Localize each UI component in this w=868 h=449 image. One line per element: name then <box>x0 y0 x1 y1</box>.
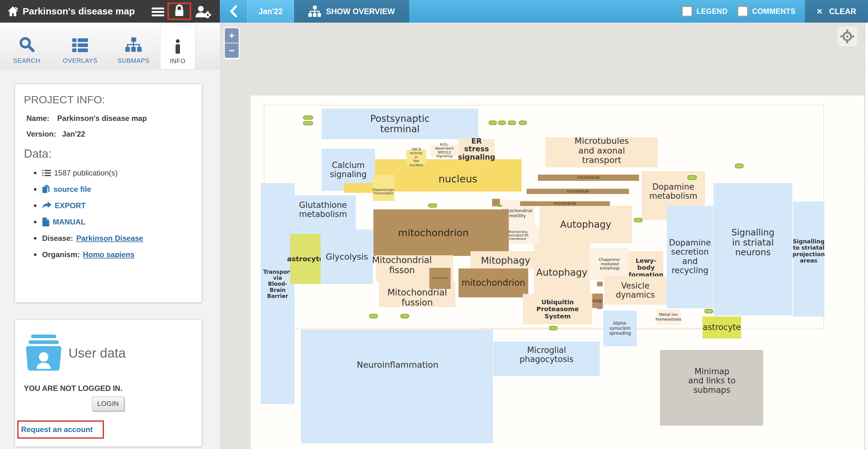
organism-link[interactable]: Homo sapiens <box>83 250 134 259</box>
tab-submaps-label: SUBMAPS <box>118 57 149 64</box>
sidebar-tabs: SEARCH OVERLAYS SUBMAPS INFO <box>0 23 220 69</box>
page-title: Parkinson's disease map <box>23 6 135 17</box>
map-pill[interactable] <box>498 121 506 125</box>
request-account-link[interactable]: Request an account <box>21 425 93 434</box>
user-settings-icon[interactable] <box>195 5 211 18</box>
map-node-microtubules-axonal[interactable]: Microtubules and axonal transport <box>546 137 658 167</box>
map-node-glycolysis[interactable]: Glycolysis <box>321 229 373 284</box>
map-node-microglial-phagocytosis[interactable]: Microglial phagocytosis <box>493 342 600 376</box>
map-pill[interactable] <box>634 218 643 222</box>
map-node-nucleus[interactable]: nucleus <box>375 159 522 192</box>
map-node-postsynaptic-terminal[interactable]: Postsynaptic terminal <box>321 109 478 139</box>
comments-checkbox[interactable] <box>737 6 748 17</box>
data-heading: Data: <box>24 147 202 160</box>
lock-icon <box>174 4 185 18</box>
center-map-button[interactable] <box>837 26 857 46</box>
map-node-microtubule-2[interactable]: microtubule <box>527 189 629 194</box>
map-node-dopaminergic-transcription[interactable]: Dopaminergic transcription <box>373 174 395 201</box>
map-node-tiny-square[interactable] <box>597 282 602 286</box>
vertical-scrollbar[interactable] <box>864 23 868 449</box>
map-pill[interactable] <box>303 121 313 125</box>
map-node-microtubule-3[interactable]: microtubule <box>520 201 610 206</box>
crosshair-icon <box>840 30 854 43</box>
user-data-icon <box>25 334 63 372</box>
map-pill[interactable] <box>508 121 516 125</box>
map-node-mitophagy[interactable]: Mitophagy <box>470 251 534 269</box>
map-pill[interactable] <box>735 164 744 168</box>
map-node-transport-bbb[interactable]: Transport via Blood-Brain Barrier <box>261 183 294 404</box>
map-pill[interactable] <box>303 116 313 120</box>
map-pill[interactable] <box>687 175 697 180</box>
app-window: Parkinson's disease map SEARCH <box>0 0 868 449</box>
map-node-snca-activity[interactable]: SNCA activity in the nucleus <box>406 150 426 165</box>
map-node-alpha-synuclein[interactable]: Alpha-synuclein spreading <box>603 311 637 346</box>
map-pill[interactable] <box>704 309 713 313</box>
back-button[interactable] <box>220 0 247 23</box>
map-node-er-stress-signaling[interactable]: ER stress signaling <box>459 139 495 159</box>
map-node-vesicle-dynamics[interactable]: Vesicle dynamics <box>604 276 666 304</box>
map-pill[interactable] <box>549 326 558 330</box>
submaps-icon <box>125 37 142 53</box>
map-node-ups[interactable]: Ubiquitin Proteasome System <box>523 294 592 324</box>
show-overview-button[interactable]: SHOW OVERVIEW <box>294 0 409 23</box>
manual-link[interactable]: MANUAL <box>53 218 85 226</box>
comments-toggle[interactable]: COMMENTS <box>737 6 796 17</box>
tab-info[interactable]: INFO <box>160 23 195 69</box>
map-node-chaperone-autophagy[interactable]: Chaperone-mediated autophagy <box>590 248 629 280</box>
home-icon[interactable] <box>7 5 19 17</box>
map-node-metal-ion[interactable]: Metal ion homeostasis <box>656 309 681 325</box>
login-button[interactable]: LOGIN <box>92 396 124 411</box>
map-node-autophagy-upper[interactable]: Autophagy <box>539 206 632 243</box>
source-file-link[interactable]: source file <box>53 185 91 194</box>
copy-file-icon <box>42 185 50 194</box>
map-toolbar: Jan'22 SHOW OVERVIEW LEGEND COMMENTS × C… <box>220 0 868 23</box>
map-node-nucleus-strip[interactable] <box>344 183 375 193</box>
export-share-icon <box>42 201 52 210</box>
map-canvas[interactable]: Transport via Blood-Brain BarrierPostsyn… <box>251 95 864 449</box>
map-node-compartment-line <box>480 328 702 328</box>
menu-icon[interactable] <box>152 7 164 18</box>
map-node-ros-nfe2l2[interactable]: ROS-dependent NFE2L2 Signaling <box>431 145 458 156</box>
tab-search[interactable]: SEARCH <box>0 23 53 69</box>
publications-list-icon <box>42 169 51 177</box>
tab-overlays-label: OVERLAYS <box>63 57 97 64</box>
tab-submaps[interactable]: SUBMAPS <box>107 23 160 69</box>
map-node-signalling-projection[interactable]: Signalling to striatal projection areas <box>793 201 824 317</box>
map-pill[interactable] <box>519 121 527 125</box>
map-node-astrocyte-left[interactable]: astrocyte <box>290 234 321 284</box>
map-pill[interactable] <box>489 121 497 125</box>
map-node-mitochondrion-mid[interactable]: mitochondrion <box>459 268 528 297</box>
disease-link[interactable]: Parkinson Disease <box>76 234 143 243</box>
map-node-signalling-striatal[interactable]: Signalling in striatal neurons <box>713 183 792 316</box>
zoom-in-button[interactable]: + <box>225 28 239 43</box>
legend-toggle[interactable]: LEGEND <box>681 6 727 17</box>
export-link[interactable]: EXPORT <box>55 201 86 210</box>
legend-checkbox[interactable] <box>681 6 693 17</box>
version-tab[interactable]: Jan'22 <box>247 0 294 23</box>
overlays-icon <box>72 38 88 53</box>
map-viewport[interactable]: Transport via Blood-Brain BarrierPostsyn… <box>220 23 864 449</box>
tab-overlays[interactable]: OVERLAYS <box>53 23 107 69</box>
list-item-manual: MANUAL <box>34 218 202 226</box>
map-pill[interactable] <box>428 203 437 207</box>
map-node-mitochondrion-tiny[interactable]: mitochondrion <box>429 268 451 289</box>
map-node-mitochondrion-big[interactable]: mitochondrion <box>373 210 509 256</box>
map-pill[interactable] <box>400 314 409 318</box>
map-node-glutathione-metabolism[interactable]: Glutathione metabolism <box>290 195 356 234</box>
map-node-microtubule-1[interactable]: microtubule <box>538 174 639 181</box>
map-pill[interactable] <box>369 314 378 318</box>
sitemap-icon <box>308 6 321 17</box>
clear-label: CLEAR <box>829 7 856 16</box>
manual-file-icon <box>42 218 50 226</box>
clear-x-icon: × <box>817 6 823 17</box>
zoom-out-button[interactable]: − <box>225 43 239 58</box>
map-node-autophagy-lower[interactable]: Autophagy <box>534 243 590 294</box>
map-node-minimap-links[interactable]: Minimap and links to submaps <box>660 350 763 425</box>
clear-button[interactable]: × CLEAR <box>805 0 868 23</box>
map-node-astrocyte-right[interactable]: astrocyte <box>703 317 741 339</box>
map-node-golgi[interactable]: Golgi <box>591 294 603 308</box>
list-item-publications: 1587 publication(s) <box>34 169 202 178</box>
map-node-neuroinflammation[interactable]: Neuroinflammation <box>301 330 493 443</box>
map-node-dopamine-secretion[interactable]: Dopamine secretion and recycling <box>667 206 713 308</box>
lock-highlight-box[interactable] <box>167 2 191 20</box>
